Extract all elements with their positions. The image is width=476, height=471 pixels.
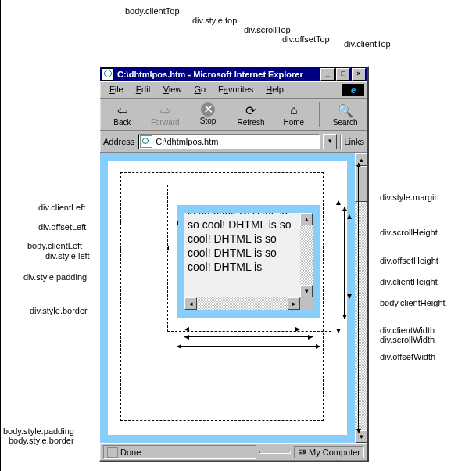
- search-icon: 🔍: [338, 102, 353, 118]
- back-label: Back: [113, 118, 131, 127]
- refresh-label: Refresh: [237, 118, 264, 127]
- arrow-div-clientHeight: [349, 214, 349, 299]
- back-arrow-icon: ⇦: [114, 102, 130, 118]
- page-icon: [140, 135, 152, 148]
- statusbar: Done 🖳 My Computer: [100, 443, 367, 461]
- forward-arrow-icon: ⇨: [157, 102, 173, 118]
- menu-view[interactable]: View: [157, 84, 188, 96]
- window-title: C:\dhtmlpos.htm - Microsoft Internet Exp…: [117, 70, 303, 79]
- scroll-down-btn[interactable]: ▾: [300, 285, 313, 297]
- bracket-style-left: [120, 246, 169, 250]
- document-icon: [102, 68, 114, 81]
- menu-go[interactable]: Go: [188, 84, 212, 96]
- search-button[interactable]: 🔍 Search: [327, 102, 363, 127]
- menu-edit[interactable]: Edit: [130, 84, 157, 96]
- div-hscrollbar[interactable]: ◂ ▸: [184, 297, 300, 310]
- scroll-left-btn[interactable]: ◂: [184, 297, 197, 310]
- div-text: is so cool! DHTML is so cool! DHTML is s…: [188, 213, 299, 274]
- div-content: is so cool! DHTML is so cool! DHTML is s…: [184, 213, 313, 310]
- status-done: Done: [103, 445, 256, 459]
- close-button[interactable]: ×: [352, 68, 366, 81]
- home-icon: ⌂: [286, 102, 302, 118]
- search-label: Search: [333, 118, 358, 127]
- minimize-button[interactable]: _: [320, 68, 335, 81]
- leader-line: [0, 0, 1, 144]
- callout-div-style-border: div.style.border: [30, 306, 88, 315]
- maximize-button[interactable]: □: [336, 68, 350, 81]
- titlebar[interactable]: C:\dhtmlpos.htm - Microsoft Internet Exp…: [100, 67, 367, 81]
- refresh-button[interactable]: ⟳ Refresh: [234, 102, 269, 127]
- status-spacer: [259, 451, 291, 454]
- toolbar: ⇦ Back ⇨ Forward ✕ Stop ⟳ Refresh ⌂ Home…: [100, 99, 367, 131]
- callout-div-clientHeight: div.clientHeight: [380, 277, 438, 286]
- arrow-div-clientWidth: [184, 329, 300, 329]
- callout-div-style-left: div.style.left: [45, 251, 90, 261]
- links-label[interactable]: Links: [344, 137, 364, 146]
- arrow-div-scrollHeight: [338, 200, 338, 333]
- home-button[interactable]: ⌂ Home: [276, 102, 311, 127]
- scroll-thumb[interactable]: [355, 166, 367, 202]
- callout-div-scrollHeight: div.scrollHeight: [380, 228, 438, 237]
- ie-logo: e: [342, 84, 364, 96]
- arrow-div-offsetWidth: [177, 346, 320, 347]
- menu-favorites[interactable]: Favorites: [212, 84, 259, 96]
- refresh-icon: ⟳: [243, 102, 259, 118]
- callout-div-clientLeft: div.clientLeft: [38, 203, 85, 212]
- callout-div-offsetWidth: div.offsetWidth: [380, 352, 435, 361]
- menubar: File Edit View Go Favorites Help e: [100, 81, 367, 99]
- forward-button[interactable]: ⇨ Forward: [148, 102, 183, 127]
- stop-label: Stop: [200, 117, 217, 125]
- menu-help[interactable]: Help: [259, 84, 290, 96]
- leader-line: [0, 318, 1, 471]
- stop-icon: ✕: [201, 102, 215, 117]
- scroll-up-btn[interactable]: ▴: [300, 213, 313, 225]
- addressbar: Address C:\dhtmlpos.htm ▾ Links: [100, 131, 367, 153]
- callout-div-clientTop-top: div.clientTop: [344, 39, 391, 49]
- callout-div-offsetTop: div.offsetTop: [282, 34, 330, 44]
- menu-file[interactable]: File: [103, 84, 130, 96]
- div-vscrollbar[interactable]: ▴ ▾: [300, 213, 313, 297]
- callout-div-clientWidth: div.clientWidth: [380, 325, 435, 335]
- arrow-div-offsetHeight: [344, 207, 345, 319]
- done-icon: [107, 447, 118, 458]
- viewport-vscrollbar[interactable]: ▴ ▾: [355, 153, 367, 443]
- address-value: C:\dhtmlpos.htm: [156, 137, 218, 146]
- callout-div-style-top: div.style.top: [192, 16, 237, 25]
- callout-div-scrollWidth: div.scrollWidth: [380, 335, 435, 344]
- callout-body-clientTop-top: body.clientTop: [125, 6, 180, 16]
- bracket-offsetLeft: [120, 221, 178, 225]
- scroll-corner: [300, 297, 313, 310]
- ie-window: C:\dhtmlpos.htm - Microsoft Internet Exp…: [98, 66, 369, 462]
- status-done-text: Done: [120, 448, 141, 457]
- address-label: Address: [103, 137, 134, 146]
- callout-body-style-padding: body.style.padding: [3, 426, 74, 436]
- scroll-right-btn[interactable]: ▸: [288, 297, 300, 310]
- forward-label: Forward: [151, 118, 180, 127]
- callout-body-clientLeft: body.clientLeft: [27, 241, 82, 250]
- callout-div-offsetLeft: div.offsetLeft: [38, 222, 86, 232]
- back-button[interactable]: ⇦ Back: [105, 102, 140, 127]
- arrow-div-scrollWidth: [184, 336, 313, 337]
- viewport: ▴ ▾ is so cool! DHTML is so cool! DHTML …: [100, 153, 367, 443]
- callout-div-style-padding: div.style.padding: [23, 272, 87, 282]
- arrow-body-clientHeight: [358, 163, 359, 433]
- leader-line: [0, 144, 1, 318]
- status-zone-text: My Computer: [309, 448, 360, 457]
- home-label: Home: [283, 118, 304, 127]
- div-element: is so cool! DHTML is so cool! DHTML is s…: [177, 205, 320, 318]
- callout-body-style-border: body.style.border: [9, 436, 74, 445]
- callout-div-style-margin: div.style.margin: [380, 192, 439, 202]
- callout-body-clientHeight: body.clientHeight: [380, 298, 446, 307]
- callout-div-scrollTop: div.scrollTop: [244, 25, 291, 34]
- computer-icon: 🖳: [298, 448, 306, 457]
- status-zone: 🖳 My Computer: [294, 446, 364, 458]
- address-input[interactable]: C:\dhtmlpos.htm: [138, 134, 320, 149]
- address-dropdown[interactable]: ▾: [323, 134, 337, 149]
- callout-div-offsetHeight: div.offsetHeight: [380, 256, 438, 265]
- body-area: is so cool! DHTML is so cool! DHTML is s…: [108, 161, 347, 435]
- stop-button[interactable]: ✕ Stop: [191, 102, 226, 127]
